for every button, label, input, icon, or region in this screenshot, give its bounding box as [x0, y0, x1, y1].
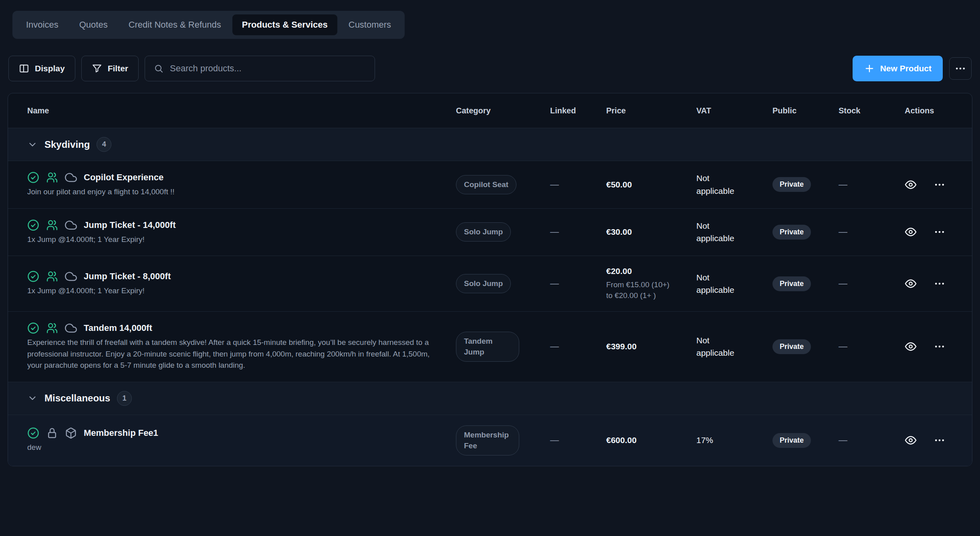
vat-cell: Not applicable: [696, 334, 749, 359]
circle-check-icon: [27, 219, 39, 231]
product-title: Tandem 14,000ft: [84, 323, 152, 333]
public-cell: Private: [772, 339, 839, 354]
tab-credit-notes-refunds[interactable]: Credit Notes & Refunds: [119, 14, 231, 35]
price-cell: €30.00: [606, 227, 696, 237]
name-cell: Jump Ticket - 8,000ft 1x Jump @14.000ft;…: [27, 270, 456, 297]
category-cell: Membership Fee: [456, 425, 550, 455]
category-pill: Solo Jump: [456, 222, 511, 242]
search-input[interactable]: [170, 63, 366, 74]
column-header-actions: Actions: [905, 106, 961, 115]
row-more-button[interactable]: [934, 179, 946, 191]
preview-button[interactable]: [905, 341, 917, 353]
linked-cell: —: [550, 278, 606, 289]
name-cell: Jump Ticket - 14,000ft 1x Jump @14.000ft…: [27, 219, 456, 246]
linked-cell: —: [550, 227, 606, 237]
visibility-badge: Private: [772, 276, 811, 291]
column-header-name: Name: [27, 106, 456, 115]
ellipsis-icon: [934, 341, 946, 353]
product-title: Jump Ticket - 14,000ft: [84, 220, 175, 230]
product-row-copilot-experience[interactable]: Copilot Experience Join our pilot and en…: [8, 161, 972, 209]
column-header-stock: Stock: [839, 106, 905, 115]
group-title: Skydiving: [44, 139, 90, 150]
vat-cell: Not applicable: [696, 220, 749, 245]
preview-button[interactable]: [905, 278, 917, 290]
product-row-jump-ticket-14000ft[interactable]: Jump Ticket - 14,000ft 1x Jump @14.000ft…: [8, 209, 972, 256]
stock-cell: —: [839, 341, 905, 352]
actions-cell: [905, 226, 961, 238]
category-pill: Copilot Seat: [456, 175, 516, 194]
new-product-button[interactable]: New Product: [853, 56, 943, 81]
category-pill: Tandem Jump: [456, 332, 519, 362]
product-row-tandem-14000ft[interactable]: Tandem 14,000ft Experience the thrill of…: [8, 312, 972, 382]
eye-icon: [905, 278, 917, 290]
linked-cell: —: [550, 435, 606, 445]
toolbar-more-button[interactable]: [949, 57, 972, 80]
category-cell: Solo Jump: [456, 274, 550, 293]
name-cell: Membership Fee1 dew: [27, 427, 456, 453]
row-more-button[interactable]: [934, 434, 946, 446]
product-title: Jump Ticket - 8,000ft: [84, 271, 171, 282]
visibility-badge: Private: [772, 339, 811, 354]
group-row-miscellaneous[interactable]: Miscellaneous 1: [8, 382, 972, 415]
new-product-button-label: New Product: [880, 64, 932, 73]
columns-icon: [19, 63, 29, 74]
tab-customers[interactable]: Customers: [339, 14, 401, 35]
column-header-vat: VAT: [696, 106, 772, 115]
row-more-button[interactable]: [934, 278, 946, 290]
preview-button[interactable]: [905, 434, 917, 446]
column-header-price: Price: [606, 106, 696, 115]
row-more-button[interactable]: [934, 226, 946, 238]
tab-bar: Invoices Quotes Credit Notes & Refunds P…: [12, 11, 405, 39]
circle-check-icon: [27, 171, 39, 183]
product-title: Membership Fee1: [84, 428, 158, 438]
circle-check-icon: [27, 427, 39, 439]
tab-quotes[interactable]: Quotes: [70, 14, 117, 35]
linked-cell: —: [550, 341, 606, 352]
ellipsis-icon: [954, 62, 966, 75]
cloud-icon: [65, 270, 77, 282]
filter-funnel-icon: [92, 63, 102, 74]
actions-cell: [905, 278, 961, 290]
products-table: Name Category Linked Price VAT Public St…: [8, 93, 972, 466]
category-cell: Copilot Seat: [456, 175, 550, 194]
circle-check-icon: [27, 322, 39, 334]
users-icon: [46, 322, 58, 334]
column-header-category: Category: [456, 106, 550, 115]
group-row-skydiving[interactable]: Skydiving 4: [8, 128, 972, 161]
users-icon: [46, 219, 58, 231]
product-subtitle: dew: [27, 442, 432, 453]
search-icon: [154, 63, 163, 74]
group-count-badge: 4: [97, 137, 111, 152]
stock-cell: —: [839, 227, 905, 237]
public-cell: Private: [772, 177, 839, 192]
visibility-badge: Private: [772, 177, 811, 192]
filter-button[interactable]: Filter: [81, 56, 139, 81]
tab-products-services[interactable]: Products & Services: [232, 14, 337, 35]
product-title: Copilot Experience: [84, 172, 163, 183]
preview-button[interactable]: [905, 179, 917, 191]
visibility-badge: Private: [772, 225, 811, 240]
product-row-membership-fee1[interactable]: Membership Fee1 dew Membership Fee — €60…: [8, 415, 972, 466]
price-cell: €20.00 From €15.00 (10+) to €20.00 (1+ ): [606, 266, 696, 301]
stock-cell: —: [839, 278, 905, 289]
eye-icon: [905, 179, 917, 191]
eye-icon: [905, 341, 917, 353]
users-icon: [46, 171, 58, 183]
category-cell: Tandem Jump: [456, 332, 550, 362]
actions-cell: [905, 179, 961, 191]
group-count-badge: 1: [117, 391, 132, 406]
eye-icon: [905, 434, 917, 446]
product-row-jump-ticket-8000ft[interactable]: Jump Ticket - 8,000ft 1x Jump @14.000ft;…: [8, 256, 972, 312]
display-button[interactable]: Display: [8, 56, 75, 81]
product-subtitle: Join our pilot and enjoy a flight to 14,…: [27, 186, 432, 198]
category-cell: Solo Jump: [456, 222, 550, 242]
table-header: Name Category Linked Price VAT Public St…: [8, 93, 972, 128]
public-cell: Private: [772, 433, 839, 448]
vat-cell: Not applicable: [696, 271, 749, 296]
public-cell: Private: [772, 276, 839, 291]
tab-invoices[interactable]: Invoices: [16, 14, 68, 35]
row-more-button[interactable]: [934, 341, 946, 353]
price-cell: €600.00: [606, 435, 696, 445]
search-box: [145, 56, 375, 81]
preview-button[interactable]: [905, 226, 917, 238]
